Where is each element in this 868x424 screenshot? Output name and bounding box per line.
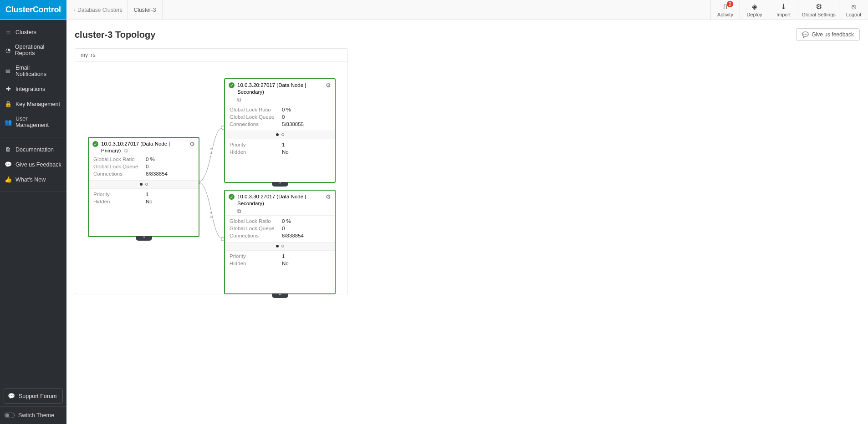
sidebar-icon: ✚ — [5, 86, 12, 92]
global-settings-button[interactable]: ⚙ Global Settings — [798, 0, 839, 20]
logout-label: Logout — [846, 12, 862, 17]
top-actions: ⎍ 2 Activity ◈ Deploy ⤓ Import ⚙ Global … — [710, 0, 868, 20]
node-pager[interactable] — [89, 180, 199, 188]
global-settings-label: Global Settings — [802, 12, 836, 17]
sidebar-item-label: Integrations — [15, 86, 45, 92]
logout-button[interactable]: ⎋ Logout — [839, 0, 868, 20]
sidebar-primary-group: ≣Clusters◔Operational Reports✉Email Noti… — [0, 20, 66, 137]
sidebar-item-secondary-1[interactable]: 💬Give us Feedback — [0, 157, 66, 172]
external-link-icon[interactable]: ⧉ — [124, 148, 128, 153]
content-area: cluster-3 Topology 💬 Give us feedback my… — [66, 20, 868, 424]
sidebar-icon: 👥 — [5, 119, 12, 126]
label: Connections — [93, 171, 141, 177]
svg-text:»: » — [209, 214, 212, 219]
value: No — [282, 149, 289, 155]
switch-theme-toggle[interactable]: Switch Theme — [0, 406, 66, 424]
node-primary[interactable]: ✓ 10.0.3.10:27017 (Data Node | Primary) … — [88, 137, 199, 237]
brand-logo[interactable]: ClusterControl — [0, 0, 66, 20]
sidebar-item-primary-5[interactable]: 👥User Management — [0, 111, 66, 132]
panel-header: my_rs — [75, 49, 347, 62]
label: Hidden — [93, 199, 141, 204]
node-actions-gear-icon[interactable]: ⚙ — [326, 82, 331, 89]
support-forum-button[interactable]: 💬 Support Forum — [4, 389, 63, 404]
deploy-button[interactable]: ◈ Deploy — [740, 0, 769, 20]
feedback-label: Give us feedback — [812, 31, 854, 38]
svg-text:»: » — [209, 146, 212, 151]
label: Priority — [93, 192, 141, 197]
sidebar-item-primary-4[interactable]: 🔒Key Management — [0, 96, 66, 111]
breadcrumb-current: Cluster-3 — [128, 0, 163, 20]
external-link-icon[interactable]: ⧉ — [237, 208, 241, 214]
label: Priority — [230, 253, 277, 259]
sidebar-item-label: Clusters — [15, 29, 36, 35]
label: Global Lock Ratio — [230, 218, 277, 224]
page-header: cluster-3 Topology 💬 Give us feedback — [75, 28, 860, 41]
status-ok-icon: ✓ — [229, 194, 235, 200]
sidebar-icon: 💬 — [5, 161, 12, 168]
topology-canvas: » » » » ✓ 10.0.3.10:27017 (Data Node | P… — [75, 62, 347, 294]
activity-button[interactable]: ⎍ 2 Activity — [710, 0, 740, 20]
label: Priority — [230, 142, 277, 147]
value: 0 — [146, 164, 148, 169]
activity-badge: 2 — [727, 1, 733, 7]
gear-icon: ⚙ — [816, 3, 822, 10]
label: Global Lock Queue — [230, 226, 277, 231]
sidebar-item-label: Key Management — [15, 101, 60, 107]
node-secondary-1[interactable]: ✓ 10.0.3.20:27017 (Data Node | Secondary… — [224, 78, 336, 183]
node-title: 10.0.3.10:27017 (Data Node | Primary) ⧉ — [101, 141, 187, 154]
value: 1 — [146, 192, 148, 197]
sidebar-item-label: User Management — [15, 116, 62, 128]
speech-bubble-icon: 💬 — [802, 31, 809, 38]
sidebar-item-secondary-0[interactable]: 🗎Documentation — [0, 142, 66, 157]
label: Connections — [230, 233, 277, 238]
toggle-icon — [5, 413, 15, 418]
sidebar-item-label: Operational Reports — [15, 44, 62, 56]
svg-text:»: » — [209, 210, 212, 215]
value: 0 — [282, 114, 285, 120]
support-forum-label: Support Forum — [19, 393, 56, 399]
external-link-icon[interactable]: ⧉ — [237, 97, 241, 102]
node-actions-gear-icon[interactable]: ⚙ — [326, 193, 331, 200]
sidebar-item-primary-2[interactable]: ✉Email Notifications — [0, 61, 66, 81]
chat-icon: 💬 — [8, 393, 15, 399]
value: 5/838855 — [282, 121, 304, 127]
sidebar-icon: ◔ — [5, 47, 11, 54]
node-pager[interactable] — [225, 131, 335, 139]
value: 6/838854 — [282, 233, 304, 238]
label: Global Lock Ratio — [230, 107, 277, 112]
label: Global Lock Ratio — [93, 156, 141, 162]
node-actions-gear-icon[interactable]: ⚙ — [189, 141, 195, 147]
deploy-label: Deploy — [746, 12, 762, 17]
status-ok-icon: ✓ — [229, 82, 235, 88]
give-us-feedback-button[interactable]: 💬 Give us feedback — [796, 28, 860, 41]
sidebar-secondary-group: 🗎Documentation💬Give us Feedback👍What's N… — [0, 137, 66, 192]
node-pager[interactable] — [225, 242, 335, 250]
sidebar-item-primary-1[interactable]: ◔Operational Reports — [0, 40, 66, 61]
import-button[interactable]: ⤓ Import — [769, 0, 798, 20]
collapse-handle[interactable]: ⌃ — [136, 236, 152, 241]
value: 0 % — [282, 218, 291, 224]
value: 0 — [282, 226, 285, 231]
import-icon: ⤓ — [781, 3, 786, 10]
import-label: Import — [776, 12, 791, 17]
node-secondary-2[interactable]: ✓ 10.0.3.30:27017 (Data Node | Secondary… — [224, 190, 336, 294]
breadcrumb-parent[interactable]: ‹ Database Clusters — [69, 0, 128, 20]
sidebar-item-primary-0[interactable]: ≣Clusters — [0, 25, 66, 40]
sidebar-icon: 👍 — [5, 176, 12, 183]
collapse-handle[interactable]: ⌃ — [272, 293, 288, 298]
sidebar-icon: ✉ — [5, 68, 12, 75]
collapse-handle[interactable]: ⌃ — [272, 182, 288, 187]
svg-text:»: » — [209, 151, 212, 156]
value: 6/838854 — [146, 171, 168, 177]
value: 0 % — [282, 107, 291, 112]
sidebar-item-primary-3[interactable]: ✚Integrations — [0, 81, 66, 96]
node-title: 10.0.3.30:27017 (Data Node | Secondary) — [237, 193, 323, 207]
label: Global Lock Queue — [230, 114, 277, 120]
label: Hidden — [230, 149, 277, 155]
sidebar-item-secondary-2[interactable]: 👍What's New — [0, 172, 66, 187]
breadcrumb-parent-label: Database Clusters — [77, 7, 123, 13]
sidebar: ≣Clusters◔Operational Reports✉Email Noti… — [0, 20, 66, 424]
sidebar-item-label: Email Notifications — [15, 65, 62, 77]
label: Global Lock Queue — [93, 164, 141, 169]
sidebar-icon: 🗎 — [5, 146, 12, 153]
